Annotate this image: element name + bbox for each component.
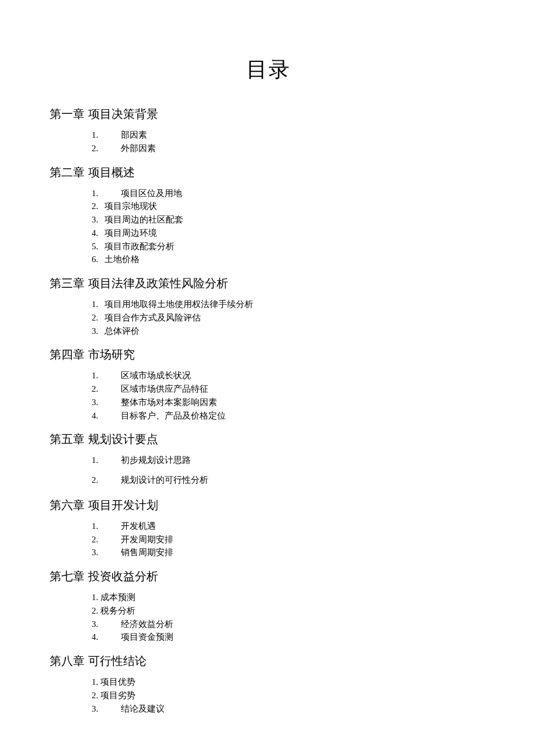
toc-item: 2.外部因素: [92, 142, 487, 155]
chapter-heading-8: 第八章 可行性结论: [50, 653, 487, 669]
chapter-heading-4: 第四章 市场研究: [50, 347, 487, 363]
toc-item: 1.部因素: [92, 129, 487, 142]
toc-item: 4.项目资金预测: [92, 631, 487, 644]
toc-item: 6.土地价格: [92, 253, 487, 266]
chapter-items-7: 1.成本预测 2.税务分析 3.经济效益分析 4.项目资金预测: [92, 591, 487, 644]
chapter-items-3: 1.项目用地取得土地使用权法律手续分析 2.项目合作方式及风险评估 3.总体评价: [92, 298, 487, 337]
chapter-items-1: 1.部因素 2.外部因素: [92, 129, 487, 155]
toc-item: 4.目标客户、产品及价格定位: [92, 410, 487, 423]
toc-item: 1.项目用地取得土地使用权法律手续分析: [92, 298, 487, 311]
toc-item: 2.规划设计的可行性分析: [92, 474, 487, 487]
toc-item: 3.经济效益分析: [92, 618, 487, 631]
toc-item: 2.项目合作方式及风险评估: [92, 312, 487, 325]
toc-item: 2.开发周期安排: [92, 534, 487, 546]
toc-item: 1.开发机遇: [92, 520, 487, 533]
toc-item: 2.区域市场供应产品特征: [92, 383, 487, 396]
toc-item: 5.项目市政配套分析: [92, 241, 487, 253]
chapter-heading-3: 第三章 项目法律及政策性风险分析: [50, 276, 487, 291]
toc-item: 3.整体市场对本案影响因素: [92, 396, 487, 409]
toc-item: 1.初步规划设计思路: [92, 454, 487, 467]
toc-item: 2.税务分析: [92, 605, 487, 618]
chapter-heading-1: 第一章 项目决策背景: [50, 106, 487, 122]
toc-item: 4.项目周边环境: [92, 227, 487, 240]
toc-item: 1.区域市场成长状况: [92, 370, 487, 382]
chapter-heading-6: 第六章 项目开发计划: [50, 497, 487, 513]
toc-item: 2.项目劣势: [92, 689, 487, 702]
chapter-items-8: 1.项目优势 2.项目劣势 3.结论及建议: [92, 676, 487, 715]
toc-item: 2.项目宗地现状: [92, 200, 487, 213]
toc-item: 1.项目区位及用地: [92, 187, 487, 200]
chapter-items-4: 1.区域市场成长状况 2.区域市场供应产品特征 3.整体市场对本案影响因素 4.…: [92, 370, 487, 422]
toc-item: 3.总体评价: [92, 325, 487, 338]
toc-item: 3.项目周边的社区配套: [92, 214, 487, 227]
toc-item: 3.结论及建议: [92, 703, 487, 716]
page-title: 目录: [50, 55, 487, 84]
toc-container: 第一章 项目决策背景 1.部因素 2.外部因素 第二章 项目概述 1.项目区位及…: [50, 106, 487, 715]
chapter-heading-2: 第二章 项目概述: [50, 165, 487, 180]
chapter-items-2: 1.项目区位及用地 2.项目宗地现状 3.项目周边的社区配套 4.项目周边环境 …: [92, 187, 487, 267]
toc-item: 1.成本预测: [92, 591, 487, 604]
toc-item: 3.销售周期安排: [92, 546, 487, 559]
chapter-items-5: 1.初步规划设计思路 2.规划设计的可行性分析: [92, 454, 487, 487]
chapter-heading-5: 第五章 规划设计要点: [50, 431, 487, 447]
chapter-items-6: 1.开发机遇 2.开发周期安排 3.销售周期安排: [92, 520, 487, 559]
toc-item: 1.项目优势: [92, 676, 487, 689]
chapter-heading-7: 第七章 投资收益分析: [50, 569, 487, 584]
